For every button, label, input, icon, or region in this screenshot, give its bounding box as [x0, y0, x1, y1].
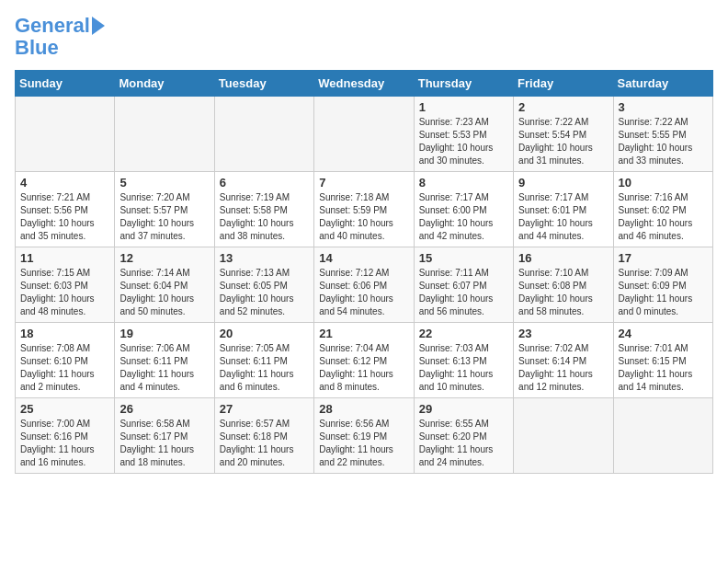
weekday-header: Sunday [16, 71, 115, 97]
calendar-cell: 29Sunrise: 6:55 AM Sunset: 6:20 PM Dayli… [414, 398, 513, 474]
page-header: General Blue [15, 15, 713, 59]
day-number: 7 [319, 176, 408, 190]
calendar-cell [314, 97, 414, 172]
weekday-header: Saturday [613, 71, 712, 97]
calendar-cell: 10Sunrise: 7:16 AM Sunset: 6:02 PM Dayli… [613, 172, 712, 247]
weekday-header: Monday [115, 71, 214, 97]
day-info: Sunrise: 7:05 AM Sunset: 6:11 PM Dayligh… [220, 342, 309, 394]
weekday-header: Thursday [414, 71, 513, 97]
day-info: Sunrise: 6:55 AM Sunset: 6:20 PM Dayligh… [419, 418, 508, 469]
calendar-cell [16, 97, 115, 172]
calendar-cell: 3Sunrise: 7:22 AM Sunset: 5:55 PM Daylig… [613, 97, 712, 172]
day-info: Sunrise: 7:11 AM Sunset: 6:07 PM Dayligh… [419, 267, 508, 318]
weekday-header: Wednesday [314, 71, 414, 97]
calendar-cell: 11Sunrise: 7:15 AM Sunset: 6:03 PM Dayli… [16, 247, 115, 323]
calendar-cell: 22Sunrise: 7:03 AM Sunset: 6:13 PM Dayli… [414, 323, 513, 398]
calendar-week-row: 18Sunrise: 7:08 AM Sunset: 6:10 PM Dayli… [16, 323, 713, 398]
day-number: 27 [220, 402, 309, 416]
calendar-cell: 8Sunrise: 7:17 AM Sunset: 6:00 PM Daylig… [414, 172, 513, 247]
day-info: Sunrise: 7:03 AM Sunset: 6:13 PM Dayligh… [419, 342, 508, 394]
calendar-cell: 23Sunrise: 7:02 AM Sunset: 6:14 PM Dayli… [514, 323, 613, 398]
day-number: 8 [419, 176, 508, 190]
day-number: 11 [20, 251, 109, 265]
day-number: 22 [419, 327, 508, 340]
day-number: 12 [119, 251, 209, 265]
day-info: Sunrise: 7:17 AM Sunset: 6:00 PM Dayligh… [419, 191, 508, 243]
day-info: Sunrise: 7:01 AM Sunset: 6:15 PM Dayligh… [619, 342, 708, 394]
calendar-week-row: 25Sunrise: 7:00 AM Sunset: 6:16 PM Dayli… [16, 398, 713, 474]
day-info: Sunrise: 7:06 AM Sunset: 6:11 PM Dayligh… [119, 342, 209, 394]
calendar-table: SundayMondayTuesdayWednesdayThursdayFrid… [15, 70, 713, 474]
day-number: 9 [518, 176, 608, 190]
day-info: Sunrise: 7:21 AM Sunset: 5:56 PM Dayligh… [20, 191, 109, 243]
calendar-cell: 25Sunrise: 7:00 AM Sunset: 6:16 PM Dayli… [16, 398, 115, 474]
calendar-cell [514, 398, 613, 474]
calendar-week-row: 1Sunrise: 7:23 AM Sunset: 5:53 PM Daylig… [16, 97, 713, 172]
calendar-cell [613, 398, 712, 474]
day-info: Sunrise: 7:14 AM Sunset: 6:04 PM Dayligh… [119, 267, 209, 318]
calendar-cell: 28Sunrise: 6:56 AM Sunset: 6:19 PM Dayli… [314, 398, 414, 474]
calendar-cell: 19Sunrise: 7:06 AM Sunset: 6:11 PM Dayli… [115, 323, 214, 398]
day-number: 2 [518, 100, 608, 114]
logo-blue-text: Blue [15, 37, 59, 59]
calendar-cell: 16Sunrise: 7:10 AM Sunset: 6:08 PM Dayli… [514, 247, 613, 323]
day-info: Sunrise: 7:09 AM Sunset: 6:09 PM Dayligh… [619, 267, 708, 318]
calendar-cell: 17Sunrise: 7:09 AM Sunset: 6:09 PM Dayli… [613, 247, 712, 323]
day-info: Sunrise: 7:16 AM Sunset: 6:02 PM Dayligh… [619, 191, 708, 243]
calendar-cell: 1Sunrise: 7:23 AM Sunset: 5:53 PM Daylig… [414, 97, 513, 172]
day-number: 20 [220, 327, 309, 340]
calendar-cell: 4Sunrise: 7:21 AM Sunset: 5:56 PM Daylig… [16, 172, 115, 247]
calendar-cell: 24Sunrise: 7:01 AM Sunset: 6:15 PM Dayli… [613, 323, 712, 398]
day-number: 23 [518, 327, 608, 340]
day-info: Sunrise: 6:56 AM Sunset: 6:19 PM Dayligh… [319, 418, 408, 469]
day-info: Sunrise: 7:20 AM Sunset: 5:57 PM Dayligh… [119, 191, 209, 243]
day-number: 10 [619, 176, 708, 190]
day-info: Sunrise: 7:00 AM Sunset: 6:16 PM Dayligh… [20, 418, 109, 469]
day-number: 17 [619, 251, 708, 265]
day-info: Sunrise: 7:18 AM Sunset: 5:59 PM Dayligh… [319, 191, 408, 243]
day-number: 16 [518, 251, 608, 265]
day-info: Sunrise: 7:22 AM Sunset: 5:55 PM Dayligh… [619, 116, 708, 167]
calendar-cell: 26Sunrise: 6:58 AM Sunset: 6:17 PM Dayli… [115, 398, 214, 474]
day-info: Sunrise: 7:19 AM Sunset: 5:58 PM Dayligh… [220, 191, 309, 243]
calendar-cell: 21Sunrise: 7:04 AM Sunset: 6:12 PM Dayli… [314, 323, 414, 398]
calendar-cell [214, 97, 313, 172]
day-info: Sunrise: 6:58 AM Sunset: 6:17 PM Dayligh… [119, 418, 209, 469]
day-number: 4 [20, 176, 109, 190]
day-info: Sunrise: 7:17 AM Sunset: 6:01 PM Dayligh… [518, 191, 608, 243]
day-number: 13 [220, 251, 309, 265]
logo: General Blue [15, 15, 105, 59]
calendar-cell: 27Sunrise: 6:57 AM Sunset: 6:18 PM Dayli… [214, 398, 313, 474]
day-info: Sunrise: 7:13 AM Sunset: 6:05 PM Dayligh… [220, 267, 309, 318]
day-info: Sunrise: 7:22 AM Sunset: 5:54 PM Dayligh… [518, 116, 608, 167]
day-info: Sunrise: 7:15 AM Sunset: 6:03 PM Dayligh… [20, 267, 109, 318]
calendar-cell: 5Sunrise: 7:20 AM Sunset: 5:57 PM Daylig… [115, 172, 214, 247]
day-number: 24 [619, 327, 708, 340]
logo-text: General [15, 15, 90, 37]
calendar-cell: 9Sunrise: 7:17 AM Sunset: 6:01 PM Daylig… [514, 172, 613, 247]
logo-arrow-icon [92, 17, 105, 35]
weekday-header-row: SundayMondayTuesdayWednesdayThursdayFrid… [16, 71, 713, 97]
day-number: 21 [319, 327, 408, 340]
day-number: 19 [119, 327, 209, 340]
calendar-cell [115, 97, 214, 172]
calendar-cell: 13Sunrise: 7:13 AM Sunset: 6:05 PM Dayli… [214, 247, 313, 323]
day-info: Sunrise: 7:02 AM Sunset: 6:14 PM Dayligh… [518, 342, 608, 394]
day-number: 29 [419, 402, 508, 416]
day-number: 1 [419, 100, 508, 114]
calendar-cell: 20Sunrise: 7:05 AM Sunset: 6:11 PM Dayli… [214, 323, 313, 398]
calendar-week-row: 11Sunrise: 7:15 AM Sunset: 6:03 PM Dayli… [16, 247, 713, 323]
day-info: Sunrise: 7:04 AM Sunset: 6:12 PM Dayligh… [319, 342, 408, 394]
day-info: Sunrise: 6:57 AM Sunset: 6:18 PM Dayligh… [220, 418, 309, 469]
day-number: 5 [119, 176, 209, 190]
day-number: 25 [20, 402, 109, 416]
day-info: Sunrise: 7:12 AM Sunset: 6:06 PM Dayligh… [319, 267, 408, 318]
calendar-cell: 18Sunrise: 7:08 AM Sunset: 6:10 PM Dayli… [16, 323, 115, 398]
day-number: 6 [220, 176, 309, 190]
day-number: 15 [419, 251, 508, 265]
day-number: 28 [319, 402, 408, 416]
day-number: 3 [619, 100, 708, 114]
day-info: Sunrise: 7:23 AM Sunset: 5:53 PM Dayligh… [419, 116, 508, 167]
calendar-cell: 2Sunrise: 7:22 AM Sunset: 5:54 PM Daylig… [514, 97, 613, 172]
day-info: Sunrise: 7:08 AM Sunset: 6:10 PM Dayligh… [20, 342, 109, 394]
